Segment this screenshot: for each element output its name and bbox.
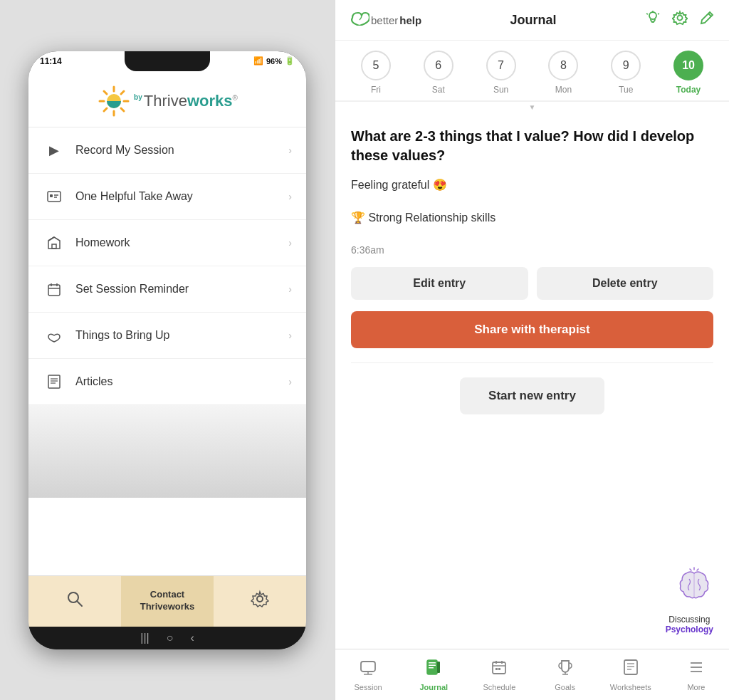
phone-notch — [125, 51, 210, 71]
bh-journal-content: What are 2-3 things that I value? How di… — [335, 113, 729, 649]
thriveworks-sun-logo — [97, 84, 131, 118]
logo-by: by — [134, 93, 142, 101]
phone-device: 11:14 📶 96% 🔋 — [28, 51, 306, 649]
svg-line-14 — [48, 237, 54, 241]
delete-entry-button[interactable]: Delete entry — [537, 267, 714, 300]
entry-buttons: Edit entry Delete entry — [351, 267, 713, 300]
journal-entry-line: 🏆 Strong Relationship skills — [351, 205, 713, 230]
phone-nav-search[interactable] — [28, 576, 121, 627]
contact-label: ContactThriveworks — [140, 589, 195, 613]
bh-logo-icon — [350, 10, 369, 30]
chevron-icon-record: › — [288, 145, 292, 156]
bh-nav-journal[interactable]: Journal — [401, 649, 466, 700]
share-with-therapist-button[interactable]: Share with therapist — [351, 311, 713, 348]
bh-nav-goals[interactable]: Goals — [533, 649, 598, 700]
bh-nav-schedule-label: Schedule — [483, 683, 515, 691]
worksheets-icon — [622, 659, 639, 680]
phone-logo-area: byThriveworks® — [28, 71, 306, 127]
journal-question: What are 2-3 things that I value? How di… — [351, 127, 713, 165]
date-circle-10: 10 — [673, 51, 703, 80]
date-item-mon[interactable]: 8 Mon — [534, 51, 592, 95]
svg-line-34 — [697, 569, 698, 570]
date-label-fri: Fri — [371, 85, 381, 95]
date-circle-9: 9 — [611, 51, 641, 80]
menu-item-reminder[interactable]: Set Session Reminder › — [28, 266, 306, 313]
date-label-sun: Sun — [493, 85, 508, 95]
menu-label-things: Things to Bring Up — [75, 329, 288, 342]
chevron-icon-reminder: › — [288, 283, 292, 295]
bh-nav-schedule[interactable]: Schedule — [466, 649, 532, 700]
svg-rect-15 — [48, 285, 60, 296]
search-icon — [65, 590, 84, 612]
edit-icon[interactable] — [699, 10, 715, 30]
things-icon — [43, 324, 65, 347]
chevron-icon-things: › — [288, 330, 292, 341]
edit-entry-button[interactable]: Edit entry — [351, 267, 528, 300]
bh-header: betterhelp Journal — [335, 0, 729, 41]
svg-rect-40 — [429, 662, 436, 664]
reminder-icon — [43, 278, 65, 301]
bh-nav-more[interactable]: More — [664, 649, 729, 700]
date-item-today[interactable]: 10 Today — [659, 51, 718, 95]
menu-label-articles: Articles — [75, 375, 288, 388]
schedule-icon — [491, 659, 508, 680]
date-item-tue[interactable]: 9 Tue — [597, 51, 655, 95]
chevron-icon-helpful: › — [288, 191, 292, 202]
svg-rect-13 — [52, 244, 56, 249]
date-item-fri[interactable]: 5 Fri — [347, 51, 405, 95]
session-icon — [360, 659, 377, 680]
svg-rect-43 — [437, 662, 440, 673]
svg-rect-9 — [48, 192, 61, 202]
menu-label-record: Record My Session — [75, 144, 288, 157]
settings-gear-icon — [251, 590, 269, 612]
phone-nav-settings[interactable] — [214, 576, 306, 627]
phone-nav-contact[interactable]: ContactThriveworks — [121, 576, 214, 627]
chevron-icon-articles: › — [288, 376, 292, 387]
date-arrow: ▼ — [335, 102, 729, 113]
helpful-icon — [43, 185, 65, 208]
goals-trophy-icon — [557, 659, 574, 680]
bh-nav-more-label: More — [687, 683, 705, 691]
menu-item-articles[interactable]: Articles › — [28, 359, 306, 405]
menu-item-homework[interactable]: Homework › — [28, 220, 306, 266]
svg-point-25 — [257, 596, 263, 602]
bh-nav-session-label: Session — [355, 683, 382, 691]
menu-item-record[interactable]: ▶ Record My Session › — [28, 127, 306, 174]
discussing-psych-text: Discussing Psychology — [666, 615, 713, 634]
date-item-sat[interactable]: 6 Sat — [409, 51, 468, 95]
battery-icon: 🔋 — [285, 56, 295, 66]
date-label-sat: Sat — [432, 85, 445, 95]
wifi-icon: 📶 — [253, 56, 263, 66]
home-btn-menu[interactable]: ||| — [140, 632, 149, 644]
home-btn-back[interactable]: ‹ — [190, 632, 194, 644]
divider — [351, 362, 713, 363]
home-btn-home[interactable]: ○ — [167, 632, 174, 644]
homework-icon — [43, 231, 65, 254]
start-new-entry-button[interactable]: Start new entry — [460, 377, 604, 414]
betterhelp-panel: betterhelp Journal 5 Fri — [335, 0, 729, 700]
svg-line-24 — [77, 601, 82, 606]
bh-nav-session[interactable]: Session — [335, 649, 401, 700]
svg-rect-49 — [498, 668, 500, 670]
status-time: 11:14 — [40, 56, 62, 66]
gear-icon[interactable] — [672, 10, 688, 30]
svg-line-3 — [121, 108, 124, 111]
record-icon: ▶ — [43, 139, 65, 162]
lightbulb-icon[interactable] — [645, 10, 661, 30]
discussing-psychology-logo: Discussing Psychology — [351, 566, 713, 634]
svg-rect-42 — [429, 667, 434, 669]
date-item-sun[interactable]: 7 Sun — [472, 51, 530, 95]
journal-time: 6:36am — [351, 244, 713, 256]
bh-nav-worksheets[interactable]: Worksheets — [598, 649, 664, 700]
svg-point-26 — [649, 12, 656, 19]
bh-logo-better: better — [371, 14, 398, 26]
bh-nav-journal-label: Journal — [419, 683, 448, 691]
date-circle-8: 8 — [548, 51, 578, 80]
menu-item-things[interactable]: Things to Bring Up › — [28, 313, 306, 359]
svg-line-4 — [104, 91, 107, 94]
menu-item-helpful[interactable]: One Helpful Take Away › — [28, 174, 306, 220]
svg-line-6 — [104, 108, 107, 111]
phone-bottom-nav: ContactThriveworks — [28, 575, 306, 627]
discussing-psych-brain-icon — [675, 566, 713, 612]
svg-rect-36 — [361, 662, 375, 672]
